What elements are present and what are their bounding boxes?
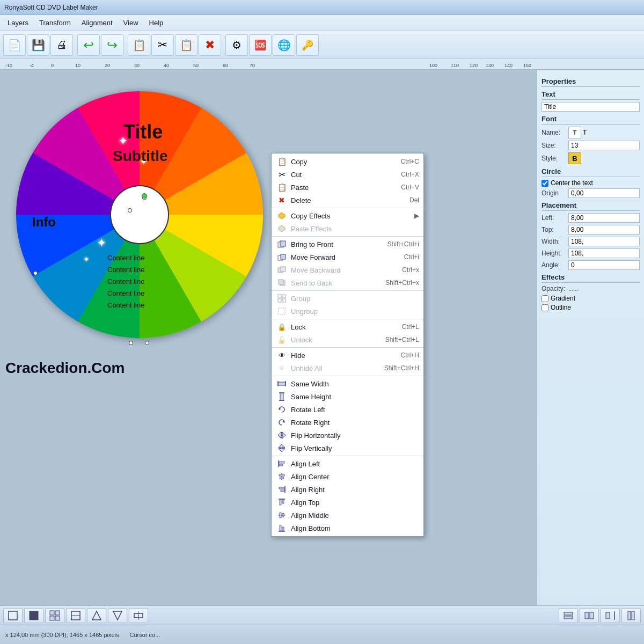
svg-marker-1 — [279, 225, 285, 232]
ctx-cut-icon: ✂ — [276, 170, 288, 179]
menu-transform[interactable]: Transform — [34, 17, 76, 29]
origin-input[interactable] — [568, 188, 640, 198]
ctx-cut[interactable]: ✂ Cut Ctrl+X — [272, 168, 423, 181]
svg-marker-26 — [279, 444, 285, 448]
new-button[interactable]: 📄 — [3, 34, 26, 56]
svg-rect-43 — [282, 514, 284, 517]
svg-rect-42 — [280, 513, 281, 518]
ctx-bring-front[interactable]: Bring to Front Shift+Ctrl+i — [272, 238, 423, 251]
handle-left-mid[interactable] — [33, 271, 38, 275]
rotation-handle[interactable] — [142, 193, 147, 199]
ctx-move-forward[interactable]: Move Forward Ctrl+i — [272, 251, 423, 264]
angle-input[interactable] — [568, 260, 640, 270]
center-text-checkbox[interactable] — [541, 180, 548, 187]
bottom-btn-2[interactable] — [24, 608, 43, 623]
svg-rect-30 — [279, 462, 284, 463]
width-input[interactable] — [568, 237, 640, 246]
cd-content-lines: Content line Content line Content line C… — [107, 252, 144, 311]
save-button[interactable]: 💾 — [27, 34, 49, 56]
settings-button[interactable]: ⚙ — [225, 34, 248, 56]
key-button[interactable]: 🔑 — [296, 34, 319, 56]
ctx-align-center[interactable]: Align Center — [272, 470, 423, 483]
outline-checkbox[interactable] — [541, 304, 548, 311]
menu-alignment[interactable]: Alignment — [76, 17, 118, 29]
svg-rect-45 — [280, 525, 281, 531]
bottom-btn-4[interactable] — [66, 608, 85, 623]
left-input[interactable] — [568, 213, 640, 223]
copy-button[interactable]: 📋 — [128, 34, 150, 56]
bottom-btn-align-4[interactable] — [621, 608, 641, 623]
font-size-input[interactable] — [568, 141, 640, 150]
undo-button[interactable]: ↩ — [77, 34, 100, 56]
ctx-send-back-icon — [276, 278, 288, 288]
ctx-align-bottom[interactable]: Align Bottom — [272, 522, 423, 535]
effects-section-title: Effects — [541, 273, 640, 283]
ctx-flip-v-label: Flip Vertically — [291, 444, 419, 452]
content-line-5: Content line — [107, 299, 144, 311]
ctx-flip-v[interactable]: Flip Vertically — [272, 442, 423, 455]
menu-help[interactable]: Help — [144, 17, 169, 29]
font-style-button[interactable]: B — [568, 152, 581, 164]
ctx-align-right-icon — [276, 485, 288, 494]
ctx-bring-front-icon — [276, 239, 288, 249]
svg-marker-23 — [278, 432, 281, 438]
handle-top-center[interactable] — [128, 208, 132, 213]
handle-bottom-center[interactable] — [129, 341, 133, 345]
ctx-hide-icon: 👁 — [276, 350, 288, 360]
bottom-btn-3[interactable] — [45, 608, 64, 623]
svg-rect-9 — [279, 280, 283, 284]
ctx-same-width[interactable]: Same Width — [272, 377, 423, 390]
web-button[interactable]: 🌐 — [273, 34, 295, 56]
ctx-sep-5 — [272, 347, 423, 348]
bottom-btn-1[interactable] — [3, 608, 23, 623]
text-value-input[interactable] — [541, 102, 640, 112]
delete-button[interactable]: ✖ — [199, 34, 221, 56]
redo-button[interactable]: ↪ — [101, 34, 123, 56]
bottom-btn-6[interactable] — [108, 608, 127, 623]
ctx-align-middle[interactable]: Align Middle — [272, 509, 423, 522]
ctx-lock[interactable]: 🔒 Lock Ctrl+L — [272, 320, 423, 333]
bottom-btn-align-3[interactable] — [601, 608, 620, 623]
cut-button[interactable]: ✂ — [151, 34, 174, 56]
ctx-copy-effects[interactable]: Copy Effects ▶ — [272, 209, 423, 222]
svg-rect-11 — [282, 295, 286, 298]
ctx-same-height[interactable]: Same Height — [272, 390, 423, 403]
ctx-paste-effects-label: Paste Effects — [291, 225, 419, 233]
ctx-paste[interactable]: 📋 Paste Ctrl+V — [272, 181, 423, 194]
ctx-hide[interactable]: 👁 Hide Ctrl+H — [272, 349, 423, 362]
font-name-label: Name: — [541, 129, 568, 136]
handle-bottom-right[interactable] — [145, 341, 149, 345]
bottom-btn-align-1[interactable] — [559, 608, 578, 623]
canvas-wrapper[interactable]: ✦ ✦ ✦ ✦ Title Subtitle Info Content line… — [0, 70, 537, 605]
ctx-rotate-left[interactable]: Rotate Left — [272, 403, 423, 416]
ctx-align-left[interactable]: Align Left — [272, 457, 423, 470]
height-input[interactable] — [568, 248, 640, 258]
ctx-hide-label: Hide — [291, 352, 396, 360]
gradient-checkbox[interactable] — [541, 295, 548, 302]
left-label: Left: — [541, 214, 568, 222]
cd-subtitle-text: Subtitle — [113, 148, 168, 165]
help-button[interactable]: 🆘 — [249, 34, 272, 56]
ctx-rotate-right[interactable]: Rotate Right — [272, 416, 423, 429]
ctx-copy[interactable]: 📋 Copy Ctrl+C — [272, 155, 423, 168]
ctx-align-top[interactable]: Align Top — [272, 496, 423, 509]
ctx-ungroup: Ungroup — [272, 305, 423, 318]
bottom-btn-align-2[interactable] — [580, 608, 599, 623]
svg-rect-62 — [590, 612, 594, 619]
ctx-flip-h[interactable]: Flip Horizontally — [272, 429, 423, 442]
bottom-btn-7[interactable] — [129, 608, 148, 623]
ctx-unhide-all: 👁 Unhide All Shift+Ctrl+H — [272, 362, 423, 375]
top-input[interactable] — [568, 225, 640, 235]
bottom-btn-5[interactable] — [87, 608, 106, 623]
svg-rect-7 — [281, 267, 286, 272]
ctx-hide-shortcut: Ctrl+H — [401, 352, 419, 359]
ctx-align-right[interactable]: Align Right — [272, 483, 423, 496]
print-button[interactable]: 🖨 — [50, 34, 73, 56]
menu-view[interactable]: View — [118, 17, 144, 29]
bottom-toolbar — [0, 605, 644, 625]
paste-button[interactable]: 📋 — [175, 34, 197, 56]
sparkle-4: ✦ — [83, 255, 90, 264]
ctx-delete[interactable]: ✖ Delete Del — [272, 194, 423, 207]
ctx-copy-shortcut: Ctrl+C — [401, 158, 419, 165]
menu-layers[interactable]: Layers — [2, 17, 34, 29]
